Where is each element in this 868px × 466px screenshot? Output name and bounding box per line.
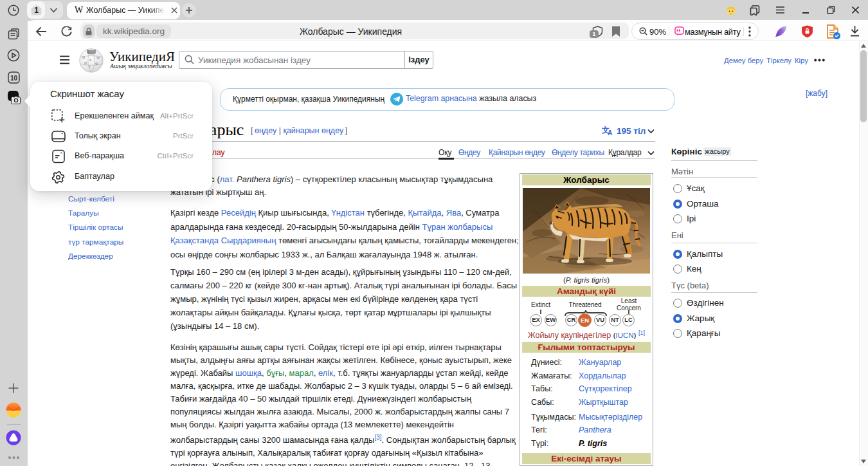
svg-text:в: в	[89, 58, 91, 62]
svg-text:1: 1	[34, 6, 39, 15]
svg-text:A: A	[608, 129, 612, 136]
svg-text:у: у	[89, 64, 91, 68]
svg-text:Ф: Ф	[95, 62, 98, 66]
svg-text:Q: Q	[82, 55, 85, 59]
svg-text:10: 10	[10, 75, 18, 82]
svg-text:W: W	[96, 56, 100, 60]
svg-text:И: И	[84, 61, 87, 65]
